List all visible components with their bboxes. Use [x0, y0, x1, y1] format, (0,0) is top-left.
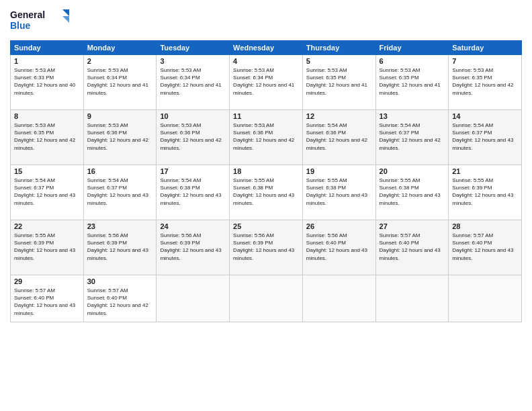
day-number: 24 — [160, 222, 226, 230]
calendar-cell: 10Sunrise: 5:53 AMSunset: 6:36 PMDayligh… — [157, 110, 230, 165]
day-number: 19 — [306, 167, 372, 175]
calendar-cell: 6Sunrise: 5:53 AMSunset: 6:35 PMDaylight… — [375, 55, 449, 110]
calendar-cell: 2Sunrise: 5:53 AMSunset: 6:34 PMDaylight… — [83, 55, 157, 110]
calendar-cell: 1Sunrise: 5:53 AMSunset: 6:33 PMDaylight… — [11, 55, 84, 110]
calendar-cell — [449, 275, 522, 322]
day-info: Sunrise: 5:57 AMSunset: 6:40 PMDaylight:… — [380, 232, 445, 262]
svg-marker-4 — [62, 16, 69, 23]
calendar-cell: 17Sunrise: 5:54 AMSunset: 6:38 PMDayligh… — [157, 165, 230, 220]
day-number: 9 — [87, 112, 153, 120]
day-number: 15 — [14, 167, 80, 175]
day-number: 22 — [14, 222, 80, 230]
day-number: 30 — [87, 277, 153, 285]
day-info: Sunrise: 5:56 AMSunset: 6:39 PMDaylight:… — [160, 232, 226, 262]
calendar-cell: 25Sunrise: 5:56 AMSunset: 6:39 PMDayligh… — [230, 220, 303, 275]
logo-svg: General Blue — [10, 7, 71, 35]
calendar-cell: 7Sunrise: 5:53 AMSunset: 6:35 PMDaylight… — [449, 55, 522, 110]
calendar-cell: 12Sunrise: 5:54 AMSunset: 6:36 PMDayligh… — [302, 110, 375, 165]
day-info: Sunrise: 5:55 AMSunset: 6:38 PMDaylight:… — [306, 177, 372, 207]
calendar-cell: 9Sunrise: 5:53 AMSunset: 6:36 PMDaylight… — [83, 110, 157, 165]
day-info: Sunrise: 5:55 AMSunset: 6:38 PMDaylight:… — [380, 177, 445, 207]
calendar: SundayMondayTuesdayWednesdayThursdayFrid… — [10, 40, 522, 322]
day-number: 3 — [160, 57, 226, 65]
calendar-cell: 11Sunrise: 5:53 AMSunset: 6:36 PMDayligh… — [230, 110, 303, 165]
page: General Blue SundayMondayTuesdayWednesda… — [0, 0, 532, 411]
day-number: 14 — [452, 112, 518, 120]
day-number: 20 — [380, 167, 445, 175]
calendar-cell: 28Sunrise: 5:57 AMSunset: 6:40 PMDayligh… — [449, 220, 522, 275]
day-info: Sunrise: 5:57 AMSunset: 6:40 PMDaylight:… — [452, 232, 518, 262]
day-info: Sunrise: 5:56 AMSunset: 6:39 PMDaylight:… — [233, 232, 299, 262]
day-header: Saturday — [449, 41, 522, 55]
calendar-cell — [375, 275, 449, 322]
logo: General Blue — [10, 7, 71, 35]
day-number: 25 — [233, 222, 299, 230]
svg-text:General: General — [10, 9, 45, 20]
day-info: Sunrise: 5:53 AMSunset: 6:36 PMDaylight:… — [233, 122, 299, 152]
calendar-cell: 20Sunrise: 5:55 AMSunset: 6:38 PMDayligh… — [375, 165, 449, 220]
day-info: Sunrise: 5:54 AMSunset: 6:37 PMDaylight:… — [87, 177, 153, 207]
header: General Blue — [10, 7, 522, 35]
day-number: 1 — [14, 57, 80, 65]
calendar-cell: 29Sunrise: 5:57 AMSunset: 6:40 PMDayligh… — [11, 275, 84, 322]
day-number: 18 — [233, 167, 299, 175]
calendar-cell: 15Sunrise: 5:54 AMSunset: 6:37 PMDayligh… — [11, 165, 84, 220]
day-info: Sunrise: 5:55 AMSunset: 6:39 PMDaylight:… — [452, 177, 518, 207]
calendar-cell: 13Sunrise: 5:54 AMSunset: 6:37 PMDayligh… — [375, 110, 449, 165]
calendar-cell — [157, 275, 230, 322]
day-info: Sunrise: 5:55 AMSunset: 6:39 PMDaylight:… — [14, 232, 80, 262]
calendar-cell — [230, 275, 303, 322]
svg-text:Blue: Blue — [10, 20, 31, 31]
day-number: 6 — [380, 57, 445, 65]
calendar-cell: 5Sunrise: 5:53 AMSunset: 6:35 PMDaylight… — [302, 55, 375, 110]
day-header: Wednesday — [230, 41, 303, 55]
day-header: Thursday — [302, 41, 375, 55]
day-number: 28 — [452, 222, 518, 230]
calendar-cell: 16Sunrise: 5:54 AMSunset: 6:37 PMDayligh… — [83, 165, 157, 220]
day-info: Sunrise: 5:54 AMSunset: 6:37 PMDaylight:… — [452, 122, 518, 152]
day-number: 7 — [452, 57, 518, 65]
day-info: Sunrise: 5:53 AMSunset: 6:35 PMDaylight:… — [452, 66, 518, 97]
day-number: 8 — [14, 112, 80, 120]
calendar-cell: 22Sunrise: 5:55 AMSunset: 6:39 PMDayligh… — [11, 220, 84, 275]
day-info: Sunrise: 5:53 AMSunset: 6:34 PMDaylight:… — [160, 66, 226, 97]
calendar-cell: 3Sunrise: 5:53 AMSunset: 6:34 PMDaylight… — [157, 55, 230, 110]
calendar-cell: 8Sunrise: 5:53 AMSunset: 6:35 PMDaylight… — [11, 110, 84, 165]
day-header: Sunday — [11, 41, 84, 55]
calendar-cell: 14Sunrise: 5:54 AMSunset: 6:37 PMDayligh… — [449, 110, 522, 165]
day-info: Sunrise: 5:53 AMSunset: 6:34 PMDaylight:… — [87, 66, 153, 97]
day-info: Sunrise: 5:53 AMSunset: 6:34 PMDaylight:… — [233, 66, 299, 97]
day-number: 29 — [14, 277, 80, 285]
day-number: 11 — [233, 112, 299, 120]
svg-marker-3 — [62, 9, 69, 16]
calendar-cell: 23Sunrise: 5:56 AMSunset: 6:39 PMDayligh… — [83, 220, 157, 275]
calendar-cell — [302, 275, 375, 322]
day-number: 16 — [87, 167, 153, 175]
calendar-cell: 19Sunrise: 5:55 AMSunset: 6:38 PMDayligh… — [302, 165, 375, 220]
day-info: Sunrise: 5:57 AMSunset: 6:40 PMDaylight:… — [14, 287, 80, 317]
day-info: Sunrise: 5:57 AMSunset: 6:40 PMDaylight:… — [87, 287, 153, 317]
calendar-cell: 24Sunrise: 5:56 AMSunset: 6:39 PMDayligh… — [157, 220, 230, 275]
day-header: Monday — [83, 41, 157, 55]
calendar-cell: 30Sunrise: 5:57 AMSunset: 6:40 PMDayligh… — [83, 275, 157, 322]
day-number: 17 — [160, 167, 226, 175]
calendar-cell: 4Sunrise: 5:53 AMSunset: 6:34 PMDaylight… — [230, 55, 303, 110]
day-number: 4 — [233, 57, 299, 65]
day-info: Sunrise: 5:54 AMSunset: 6:36 PMDaylight:… — [306, 122, 372, 152]
calendar-cell: 21Sunrise: 5:55 AMSunset: 6:39 PMDayligh… — [449, 165, 522, 220]
day-number: 12 — [306, 112, 372, 120]
day-number: 21 — [452, 167, 518, 175]
day-info: Sunrise: 5:54 AMSunset: 6:38 PMDaylight:… — [160, 177, 226, 207]
day-number: 2 — [87, 57, 153, 65]
day-header: Tuesday — [157, 41, 230, 55]
day-info: Sunrise: 5:53 AMSunset: 6:33 PMDaylight:… — [14, 66, 80, 97]
day-number: 13 — [380, 112, 445, 120]
day-number: 23 — [87, 222, 153, 230]
day-info: Sunrise: 5:53 AMSunset: 6:35 PMDaylight:… — [14, 122, 80, 152]
day-info: Sunrise: 5:53 AMSunset: 6:36 PMDaylight:… — [87, 122, 153, 152]
day-info: Sunrise: 5:55 AMSunset: 6:38 PMDaylight:… — [233, 177, 299, 207]
day-header: Friday — [375, 41, 449, 55]
calendar-cell: 27Sunrise: 5:57 AMSunset: 6:40 PMDayligh… — [375, 220, 449, 275]
calendar-cell: 18Sunrise: 5:55 AMSunset: 6:38 PMDayligh… — [230, 165, 303, 220]
day-number: 5 — [306, 57, 372, 65]
